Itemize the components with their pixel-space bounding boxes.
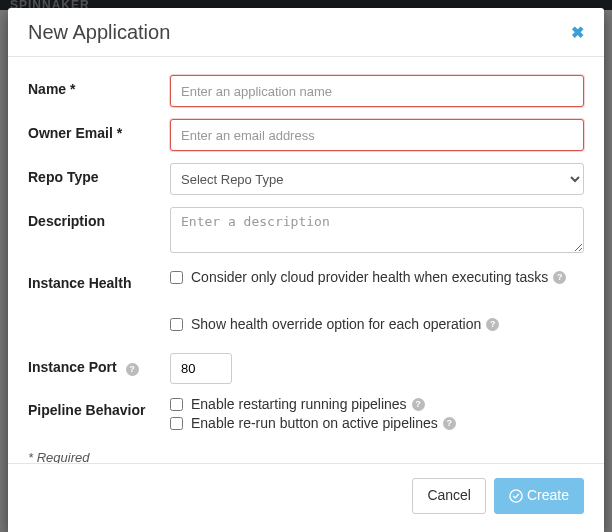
svg-point-0: [510, 490, 522, 502]
owner-email-label: Owner Email *: [28, 119, 170, 141]
help-icon[interactable]: ?: [126, 363, 139, 376]
pipeline-behavior-label: Pipeline Behavior: [28, 396, 170, 418]
enable-rerun-checkbox[interactable]: [170, 417, 183, 430]
modal-body: Name * Owner Email * Repo Type Select Re…: [8, 57, 604, 463]
enable-rerun-label: Enable re-run button on active pipelines: [191, 415, 438, 431]
modal-footer: Cancel Create: [8, 463, 604, 532]
name-input[interactable]: [170, 75, 584, 107]
help-icon[interactable]: ?: [486, 318, 499, 331]
create-button[interactable]: Create: [494, 478, 584, 514]
instance-port-input[interactable]: [170, 353, 232, 384]
cloud-provider-health-label: Consider only cloud provider health when…: [191, 269, 548, 285]
instance-port-label: Instance Port ?: [28, 353, 170, 376]
repo-type-select[interactable]: Select Repo Type: [170, 163, 584, 195]
modal-header: New Application ✖: [8, 8, 604, 57]
close-icon[interactable]: ✖: [571, 25, 584, 41]
new-application-modal: New Application ✖ Name * Owner Email * R…: [8, 8, 604, 532]
create-button-label: Create: [527, 486, 569, 506]
cancel-button[interactable]: Cancel: [412, 478, 486, 514]
instance-health-label: Instance Health: [28, 269, 170, 291]
required-note: * Required: [28, 450, 584, 463]
enable-restarting-checkbox[interactable]: [170, 398, 183, 411]
name-label: Name *: [28, 75, 170, 97]
help-icon[interactable]: ?: [553, 271, 566, 284]
help-icon[interactable]: ?: [443, 417, 456, 430]
health-override-label: Show health override option for each ope…: [191, 316, 481, 332]
modal-title: New Application: [28, 21, 170, 44]
repo-type-label: Repo Type: [28, 163, 170, 185]
cloud-provider-health-checkbox[interactable]: [170, 271, 183, 284]
description-label: Description: [28, 207, 170, 229]
help-icon[interactable]: ?: [412, 398, 425, 411]
description-textarea[interactable]: [170, 207, 584, 253]
check-circle-icon: [509, 489, 523, 503]
enable-restarting-label: Enable restarting running pipelines: [191, 396, 407, 412]
health-override-checkbox[interactable]: [170, 318, 183, 331]
owner-email-input[interactable]: [170, 119, 584, 151]
